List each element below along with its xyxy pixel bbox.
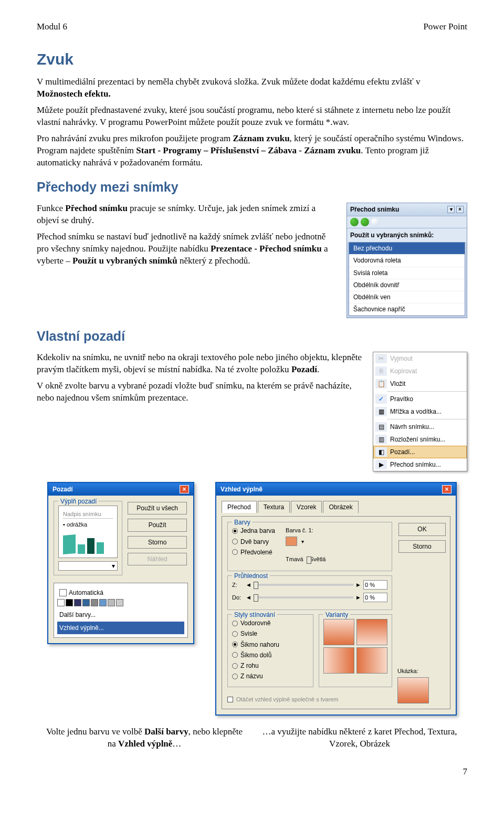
- color-swatch[interactable]: [108, 599, 115, 606]
- context-menu: ✂Vyjmout ⎘Kopírovat 📋Vložit ✓Pravítko ▦M…: [373, 352, 467, 471]
- btn-cancel[interactable]: Storno: [128, 536, 187, 549]
- transparency-from-input[interactable]: 0 %: [363, 580, 387, 590]
- transparency-to-slider[interactable]: [254, 596, 353, 598]
- transparency-to-input[interactable]: 0 %: [363, 593, 387, 602]
- radio-dve-barvy[interactable]: Dvě barvy: [232, 538, 275, 546]
- transition-item[interactable]: Bez přechodu: [349, 243, 465, 255]
- dd-automatic[interactable]: Automatická: [57, 586, 184, 599]
- forward-icon[interactable]: [361, 218, 369, 226]
- transparency-from-slider[interactable]: [254, 584, 353, 586]
- label-barva1: Barva č. 1:: [286, 527, 326, 534]
- radio-icon: [232, 674, 238, 679]
- radio-sikmo-nahoru[interactable]: Šikmo nahoru: [232, 640, 309, 649]
- groupbox-label: Výplň pozadí: [58, 497, 99, 506]
- cm-design[interactable]: ▤Návrh snímku...: [373, 421, 467, 433]
- close-icon[interactable]: ×: [180, 485, 189, 493]
- radio-icon: [232, 663, 238, 669]
- text-bold: Prezentace - Přechod snímku: [211, 244, 322, 254]
- text-bold: Použít u vybraných snímků: [72, 256, 177, 266]
- variant-option[interactable]: [356, 619, 387, 645]
- arrow-right-icon[interactable]: ▶: [356, 582, 360, 588]
- color-dropdown[interactable]: ▾: [58, 561, 118, 571]
- color-swatch[interactable]: [66, 599, 73, 606]
- radio-label: Vodorovně: [240, 619, 270, 627]
- groupbox-fill: Výplň pozadí Nadpis snímku • odrážka ▾: [54, 501, 122, 575]
- arrow-right-icon[interactable]: ▶: [356, 594, 360, 601]
- preview-title: Nadpis snímku: [63, 510, 113, 519]
- tab-obrazek[interactable]: Obrázek: [323, 501, 358, 513]
- radio-label: Šikmo dolů: [240, 651, 271, 659]
- groupbox-label: Barvy: [232, 518, 253, 527]
- variant-option[interactable]: [323, 647, 354, 674]
- text: Volte jednu barvu ve volbě: [46, 727, 144, 737]
- groupbox-barvy: Barvy Jedna barva Dvě barvy Předvolené B…: [227, 522, 392, 571]
- color-swatch[interactable]: [57, 599, 65, 606]
- dd-fill-effects[interactable]: Vzhled výplně...: [57, 622, 184, 634]
- tab-textura[interactable]: Textura: [258, 501, 290, 513]
- para-pozadi-2: V okně zvolte barvu a vybrané pozadí vlo…: [37, 380, 362, 404]
- transition-item[interactable]: Vodorovná roleta: [349, 255, 465, 267]
- color-swatch[interactable]: [91, 599, 98, 606]
- heading-prechody: Přechody mezi snímky: [37, 178, 467, 196]
- radio-predvolene[interactable]: Předvolené: [232, 548, 275, 556]
- page-number: 7: [37, 766, 467, 778]
- caption-right: …a využijte nabídku některé z karet Přec…: [252, 726, 467, 750]
- close-icon[interactable]: ×: [442, 485, 452, 493]
- cm-label: Pozadí...: [390, 448, 415, 456]
- tab-vzorek[interactable]: Vzorek: [291, 501, 322, 513]
- copy-icon: ⎘: [375, 366, 387, 376]
- cm-ruler[interactable]: ✓Pravítko: [373, 393, 467, 405]
- btn-ok[interactable]: OK: [398, 523, 446, 535]
- dialog-pozadi: Pozadí × Výplň pozadí Nadpis snímku • od…: [47, 482, 194, 644]
- color-swatch[interactable]: [99, 599, 107, 606]
- text: …: [172, 739, 181, 749]
- home-icon[interactable]: [371, 218, 380, 226]
- check-icon: ✓: [375, 394, 387, 404]
- radio-zrohu[interactable]: Z rohu: [232, 661, 309, 670]
- dropdown-icon[interactable]: ▾: [447, 206, 455, 213]
- para-prechody-2: Přechod snímku se nastaví buď jednotlivě…: [37, 231, 336, 267]
- radio-icon: [232, 652, 238, 658]
- arrow-left-icon[interactable]: ◀: [247, 594, 250, 601]
- cm-transition[interactable]: ▶Přechod snímku...: [373, 458, 467, 471]
- radio-svisle[interactable]: Svisle: [232, 629, 309, 638]
- radio-znazvu[interactable]: Z názvu: [232, 672, 309, 680]
- tab-prechod[interactable]: Přechod: [222, 501, 257, 513]
- radio-sikmo-dolu[interactable]: Šikmo dolů: [232, 651, 309, 659]
- radio-jedna-barva[interactable]: Jedna barva: [232, 527, 275, 535]
- cm-grid[interactable]: ▦Mřížka a vodítka...: [373, 405, 467, 418]
- variant-option[interactable]: [323, 619, 354, 645]
- btn-apply[interactable]: Použít: [128, 519, 187, 531]
- text-bold: Pozadí: [291, 364, 317, 374]
- transition-item[interactable]: Šachovnice napříč: [349, 303, 465, 316]
- variant-option[interactable]: [356, 647, 387, 674]
- color-picker[interactable]: [286, 537, 297, 546]
- radio-vodorovne[interactable]: Vodorovně: [232, 619, 309, 627]
- cm-label: Rozložení snímku...: [390, 435, 445, 444]
- radio-label: Jedna barva: [240, 527, 275, 535]
- cm-label: Přechod snímku...: [390, 460, 441, 469]
- transition-item[interactable]: Obdélník dovnitř: [349, 279, 465, 291]
- checkbox-otacet: Otáčet vzhled výplně společně s tvarem: [227, 696, 392, 703]
- label-tmava: Tmavá: [286, 555, 303, 563]
- cm-layout[interactable]: ▥Rozložení snímku...: [373, 433, 467, 446]
- btn-cancel[interactable]: Storno: [398, 540, 446, 553]
- btn-apply-all[interactable]: Použít u všech: [128, 502, 187, 514]
- close-icon[interactable]: ×: [456, 206, 464, 213]
- arrow-left-icon[interactable]: ◀: [247, 582, 250, 588]
- para-pozadi-1: Kdekoliv na snímku, ne uvnitř nebo na ok…: [37, 352, 362, 376]
- back-icon[interactable]: [350, 218, 359, 226]
- color-swatch[interactable]: [116, 599, 123, 606]
- radio-icon: [232, 631, 238, 637]
- transition-item[interactable]: Svislá roleta: [349, 267, 465, 279]
- color-swatch[interactable]: [74, 599, 81, 606]
- cm-background[interactable]: ◧Pozadí...: [373, 446, 467, 458]
- label-do: Do:: [232, 594, 244, 602]
- transition-item[interactable]: Obdélník ven: [349, 291, 465, 303]
- dd-more-colors[interactable]: Další barvy...: [57, 608, 184, 621]
- radio-label: Šikmo nahoru: [240, 640, 279, 649]
- cm-cut: ✂Vyjmout: [373, 352, 467, 365]
- cm-paste[interactable]: 📋Vložit: [373, 377, 467, 390]
- color-swatches: [57, 599, 184, 606]
- color-swatch[interactable]: [82, 599, 90, 606]
